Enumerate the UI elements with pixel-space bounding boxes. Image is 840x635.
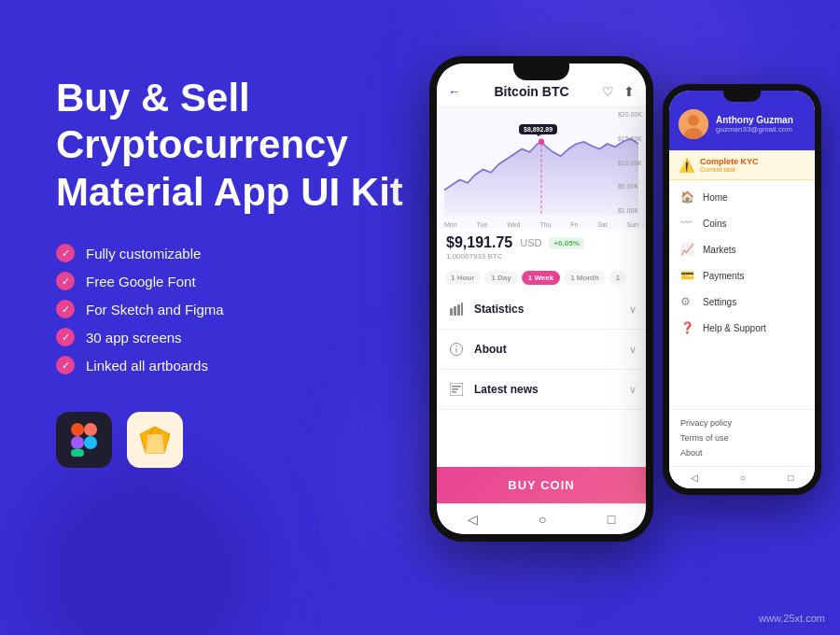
phone-main: ← Bitcoin BTC ♡ ⬆ $20.00K $15.00K $10.00… [429,56,653,542]
feature-item-3: ✓ For Sketch and Figma [56,300,411,318]
phone-screen: ← Bitcoin BTC ♡ ⬆ $20.00K $15.00K $10.00… [437,64,646,534]
side-menu-markets[interactable]: 📈 Markets [669,236,815,262]
about-icon [446,339,467,360]
filter-extra[interactable]: 1 [609,271,626,285]
about-chevron: ∨ [629,344,637,356]
svg-marker-8 [146,434,164,453]
feature-item-2: ✓ Free Google Font [56,272,411,290]
payments-label: Payments [703,271,744,281]
accordion-news[interactable]: Latest news ∨ [437,370,646,410]
side-menu-coins[interactable]: 〰 Coins [669,210,815,236]
side-menu-help[interactable]: ❓ Help & Support [669,315,815,341]
statistics-label: Statistics [474,303,524,316]
svg-rect-14 [461,303,463,316]
home-icon: 🏠 [680,190,695,204]
user-avatar [679,109,708,139]
side-menu-items: 🏠 Home 〰 Coins 📈 Markets 💳 Payments ⚙ [669,180,815,409]
side-user-name: Anthony Guzman [716,115,793,125]
help-icon: ❓ [680,321,695,334]
side-user-info: Anthony Guzman guzman33@gmail.com [716,115,793,134]
figma-logo [56,412,112,468]
price-currency: USD [520,237,541,248]
nav-recents[interactable]: □ [608,512,615,527]
about-label: About [474,343,507,356]
filter-1w[interactable]: 1 Week [522,271,560,285]
markets-label: Markets [703,245,736,255]
filter-1m[interactable]: 1 Month [564,271,606,285]
buy-coin-button[interactable]: BUY COIN [437,467,646,503]
privacy-link[interactable]: Privacy policy [680,416,804,430]
phone-side: Anthony Guzman guzman33@gmail.com ⚠️ Com… [663,84,821,495]
side-nav-back[interactable]: ◁ [691,473,698,483]
side-text-links: Privacy policy Terms of use About [669,409,815,466]
feature-item-4: ✓ 30 app screens [56,328,411,346]
svg-rect-12 [454,306,456,316]
check-icon-5: ✓ [56,356,75,374]
left-panel: Buy & SellCryptocurrencyMaterial App UI … [56,75,411,468]
filter-1d[interactable]: 1 Day [484,271,517,285]
statistics-icon [446,299,467,319]
phone-side-notch [723,91,761,102]
check-icon-2: ✓ [56,272,75,290]
price-tooltip: $8,892.89 [519,124,557,134]
main-title: Buy & SellCryptocurrencyMaterial App UI … [56,75,411,216]
side-user-email: guzman33@gmail.com [716,125,793,134]
svg-point-17 [455,346,456,346]
svg-rect-20 [452,388,458,390]
app-header-title: Bitcoin BTC [494,84,568,99]
news-chevron: ∨ [629,384,637,396]
payments-icon: 💳 [680,269,695,282]
price-change: +0,05% [549,237,583,249]
accordion-statistics[interactable]: Statistics ∨ [437,289,646,330]
settings-label: Settings [703,297,736,307]
sketch-logo [127,412,183,468]
settings-icon: ⚙ [680,295,695,308]
watermark: www.25xt.com [759,613,825,624]
phone-side-screen: Anthony Guzman guzman33@gmail.com ⚠️ Com… [669,91,815,488]
news-label: Latest news [474,383,539,396]
back-arrow-icon[interactable]: ← [448,84,461,99]
phones-container: ← Bitcoin BTC ♡ ⬆ $20.00K $15.00K $10.00… [429,56,821,542]
side-menu-settings[interactable]: ⚙ Settings [669,289,815,315]
coins-label: Coins [703,219,727,229]
side-nav-recents[interactable]: □ [788,473,793,483]
svg-rect-21 [452,391,456,393]
share-icon[interactable]: ⬆ [623,84,635,99]
kyc-title: Complete KYC [700,157,759,166]
filter-1h[interactable]: 1 Hour [444,271,481,285]
nav-back[interactable]: ◁ [468,512,478,527]
svg-rect-1 [84,423,97,436]
price-value: $9,191.75 [446,234,512,251]
news-icon [446,379,467,400]
statistics-chevron: ∨ [629,303,637,316]
markets-icon: 📈 [680,243,695,256]
heart-icon[interactable]: ♡ [602,84,614,99]
kyc-warning-icon: ⚠️ [679,158,694,173]
svg-rect-11 [450,308,453,316]
home-label: Home [703,192,728,203]
check-icon-4: ✓ [56,328,75,346]
svg-rect-19 [452,386,461,388]
price-btc: 1.00067933 BTC [446,252,637,261]
side-phone-nav: ◁ ○ □ [669,466,815,488]
accordion-about[interactable]: About ∨ [437,330,646,370]
side-nav-home[interactable]: ○ [740,473,746,483]
check-icon-3: ✓ [56,300,75,318]
price-section: $9,191.75 USD +0,05% 1.00067933 BTC [437,229,646,266]
terms-link[interactable]: Terms of use [680,430,804,445]
time-filters: 1 Hour 1 Day 1 Week 1 Month 1 [437,266,646,289]
svg-rect-3 [71,449,84,457]
phone-notch [513,64,569,80]
about-link[interactable]: About [680,445,804,460]
nav-home[interactable]: ○ [539,512,546,527]
accordion-section: Statistics ∨ About [437,289,646,467]
svg-rect-0 [71,423,84,436]
feature-item-1: ✓ Fully customizable [56,244,411,262]
side-menu-payments[interactable]: 💳 Payments [669,262,815,289]
features-list: ✓ Fully customizable ✓ Free Google Font … [56,244,411,374]
side-menu-home[interactable]: 🏠 Home [669,184,815,210]
kyc-banner[interactable]: ⚠️ Complete KYC Current task [669,150,815,180]
phone-nav: ◁ ○ □ [437,503,646,534]
chart-x-labels: MonTueWedThuFriSatSun [444,219,638,229]
svg-point-4 [84,436,97,449]
